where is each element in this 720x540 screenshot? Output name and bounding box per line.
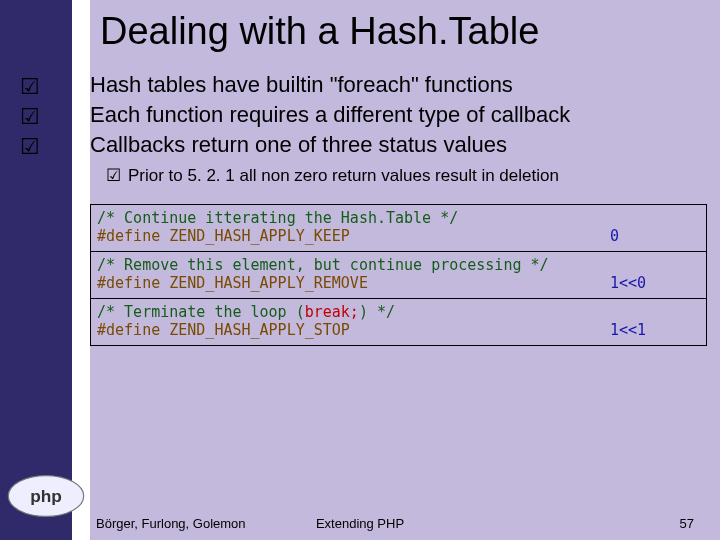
footer: Börger, Furlong, Golemon Extending PHP 5… xyxy=(0,516,720,536)
code-value: 0 xyxy=(610,227,700,245)
code-define: #define ZEND_HASH_APPLY_KEEP xyxy=(97,227,350,245)
check-icon: ☑ xyxy=(106,164,128,188)
code-comment: /* Continue itterating the Hash.Table */ xyxy=(97,209,458,227)
footer-title: Extending PHP xyxy=(0,516,720,531)
check-icon: ☑ xyxy=(20,134,40,159)
code-value: 1<<1 xyxy=(610,321,700,339)
bullet-marks: ☑ ☑ ☑ xyxy=(20,72,40,162)
bullet-item: Each function requires a different type … xyxy=(90,100,710,130)
code-define: #define ZEND_HASH_APPLY_STOP xyxy=(97,321,350,339)
page-number: 57 xyxy=(680,516,694,531)
code-cell: /* Continue itterating the Hash.Table */… xyxy=(91,205,706,252)
code-cell: /* Terminate the loop (break;) */ #defin… xyxy=(91,299,706,345)
code-comment: /* Terminate the loop ( xyxy=(97,303,305,321)
bullet-item: Callbacks return one of three status val… xyxy=(90,130,710,160)
code-break-keyword: break; xyxy=(305,303,359,321)
content-area: ☑ ☑ ☑ Hash tables have builtin "foreach"… xyxy=(90,70,710,188)
sub-bullet-row: ☑Prior to 5. 2. 1 all non zero return va… xyxy=(106,164,710,188)
check-icon: ☑ xyxy=(20,74,40,99)
code-comment: /* Remove this element, but continue pro… xyxy=(97,256,549,274)
code-comment: ) */ xyxy=(359,303,395,321)
php-logo: php xyxy=(6,474,86,518)
bullet-list: Hash tables have builtin "foreach" funct… xyxy=(90,70,710,160)
bullet-item: Hash tables have builtin "foreach" funct… xyxy=(90,70,710,100)
sub-bullet-text: Prior to 5. 2. 1 all non zero return val… xyxy=(128,166,559,185)
code-cell: /* Remove this element, but continue pro… xyxy=(91,252,706,299)
code-define: #define ZEND_HASH_APPLY_REMOVE xyxy=(97,274,368,292)
sidebar-white xyxy=(0,0,90,540)
slide-title: Dealing with a Hash.Table xyxy=(100,10,720,53)
svg-text:php: php xyxy=(30,486,62,506)
code-value: 1<<0 xyxy=(610,274,700,292)
check-icon: ☑ xyxy=(20,104,40,129)
code-table: /* Continue itterating the Hash.Table */… xyxy=(90,204,707,346)
